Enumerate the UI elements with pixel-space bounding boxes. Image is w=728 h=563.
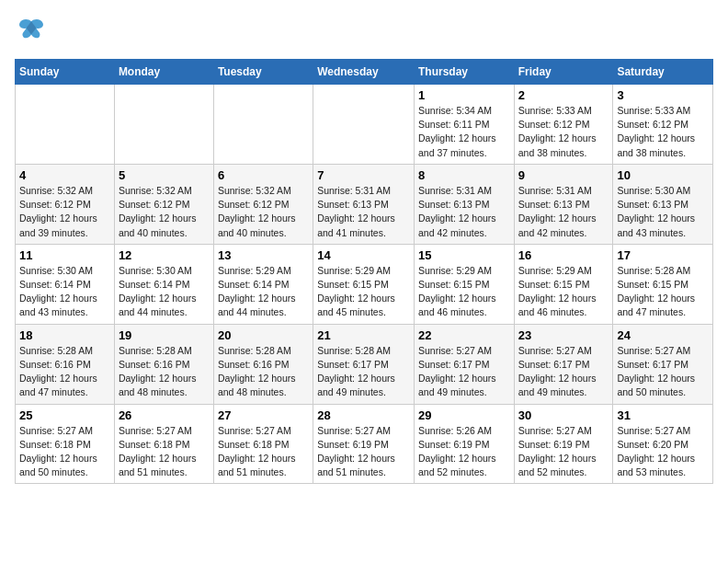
day-info: Sunrise: 5:27 AM Sunset: 6:18 PM Dayligh… <box>218 424 309 480</box>
calendar-cell: 15Sunrise: 5:29 AM Sunset: 6:15 PM Dayli… <box>414 244 514 324</box>
day-info: Sunrise: 5:30 AM Sunset: 6:13 PM Dayligh… <box>617 184 709 240</box>
calendar-table: SundayMondayTuesdayWednesdayThursdayFrid… <box>15 59 713 484</box>
day-info: Sunrise: 5:28 AM Sunset: 6:15 PM Dayligh… <box>617 264 709 320</box>
day-info: Sunrise: 5:29 AM Sunset: 6:15 PM Dayligh… <box>518 264 609 320</box>
column-header-sunday: Sunday <box>16 60 115 85</box>
column-header-monday: Monday <box>114 60 213 85</box>
calendar-cell: 8Sunrise: 5:31 AM Sunset: 6:13 PM Daylig… <box>414 164 514 244</box>
calendar-cell: 3Sunrise: 5:33 AM Sunset: 6:12 PM Daylig… <box>613 85 713 165</box>
day-info: Sunrise: 5:31 AM Sunset: 6:13 PM Dayligh… <box>518 184 609 240</box>
day-info: Sunrise: 5:33 AM Sunset: 6:12 PM Dayligh… <box>518 104 609 160</box>
calendar-cell: 11Sunrise: 5:30 AM Sunset: 6:14 PM Dayli… <box>16 244 115 324</box>
day-number: 9 <box>518 168 609 182</box>
column-header-friday: Friday <box>514 60 613 85</box>
day-number: 25 <box>19 408 110 422</box>
day-number: 8 <box>418 168 510 182</box>
calendar-cell: 24Sunrise: 5:27 AM Sunset: 6:17 PM Dayli… <box>613 324 713 404</box>
calendar-cell: 27Sunrise: 5:27 AM Sunset: 6:18 PM Dayli… <box>213 404 313 484</box>
day-number: 26 <box>119 408 210 422</box>
day-number: 17 <box>617 248 709 262</box>
day-number: 12 <box>119 248 210 262</box>
day-info: Sunrise: 5:32 AM Sunset: 6:12 PM Dayligh… <box>218 184 309 240</box>
day-info: Sunrise: 5:28 AM Sunset: 6:16 PM Dayligh… <box>218 344 309 400</box>
calendar-week-4: 18Sunrise: 5:28 AM Sunset: 6:16 PM Dayli… <box>16 324 713 404</box>
day-info: Sunrise: 5:29 AM Sunset: 6:14 PM Dayligh… <box>218 264 309 320</box>
calendar-cell: 9Sunrise: 5:31 AM Sunset: 6:13 PM Daylig… <box>514 164 613 244</box>
day-number: 18 <box>19 328 110 342</box>
day-info: Sunrise: 5:32 AM Sunset: 6:12 PM Dayligh… <box>119 184 210 240</box>
logo <box>15 15 51 48</box>
calendar-cell: 28Sunrise: 5:27 AM Sunset: 6:19 PM Dayli… <box>313 404 415 484</box>
day-info: Sunrise: 5:29 AM Sunset: 6:15 PM Dayligh… <box>418 264 510 320</box>
logo-icon <box>15 15 48 48</box>
calendar-cell: 12Sunrise: 5:30 AM Sunset: 6:14 PM Dayli… <box>114 244 213 324</box>
day-info: Sunrise: 5:27 AM Sunset: 6:17 PM Dayligh… <box>418 344 510 400</box>
page-header <box>15 15 713 48</box>
calendar-cell: 1Sunrise: 5:34 AM Sunset: 6:11 PM Daylig… <box>414 85 514 165</box>
calendar-cell <box>313 85 415 165</box>
day-number: 15 <box>418 248 510 262</box>
calendar-week-3: 11Sunrise: 5:30 AM Sunset: 6:14 PM Dayli… <box>16 244 713 324</box>
day-info: Sunrise: 5:28 AM Sunset: 6:17 PM Dayligh… <box>317 344 410 400</box>
day-info: Sunrise: 5:29 AM Sunset: 6:15 PM Dayligh… <box>317 264 410 320</box>
calendar-cell: 5Sunrise: 5:32 AM Sunset: 6:12 PM Daylig… <box>114 164 213 244</box>
day-number: 6 <box>218 168 309 182</box>
calendar-week-2: 4Sunrise: 5:32 AM Sunset: 6:12 PM Daylig… <box>16 164 713 244</box>
day-number: 27 <box>218 408 309 422</box>
calendar-week-1: 1Sunrise: 5:34 AM Sunset: 6:11 PM Daylig… <box>16 85 713 165</box>
day-info: Sunrise: 5:27 AM Sunset: 6:19 PM Dayligh… <box>518 424 609 480</box>
day-info: Sunrise: 5:31 AM Sunset: 6:13 PM Dayligh… <box>317 184 410 240</box>
day-info: Sunrise: 5:30 AM Sunset: 6:14 PM Dayligh… <box>119 264 210 320</box>
calendar-cell: 7Sunrise: 5:31 AM Sunset: 6:13 PM Daylig… <box>313 164 415 244</box>
calendar-cell: 22Sunrise: 5:27 AM Sunset: 6:17 PM Dayli… <box>414 324 514 404</box>
day-number: 22 <box>418 328 510 342</box>
day-info: Sunrise: 5:28 AM Sunset: 6:16 PM Dayligh… <box>119 344 210 400</box>
calendar-cell: 16Sunrise: 5:29 AM Sunset: 6:15 PM Dayli… <box>514 244 613 324</box>
day-number: 1 <box>418 88 510 102</box>
calendar-cell: 25Sunrise: 5:27 AM Sunset: 6:18 PM Dayli… <box>16 404 115 484</box>
day-number: 29 <box>418 408 510 422</box>
calendar-cell: 29Sunrise: 5:26 AM Sunset: 6:19 PM Dayli… <box>414 404 514 484</box>
day-number: 14 <box>317 248 410 262</box>
column-header-tuesday: Tuesday <box>213 60 313 85</box>
day-info: Sunrise: 5:27 AM Sunset: 6:20 PM Dayligh… <box>617 424 709 480</box>
day-info: Sunrise: 5:31 AM Sunset: 6:13 PM Dayligh… <box>418 184 510 240</box>
calendar-cell: 31Sunrise: 5:27 AM Sunset: 6:20 PM Dayli… <box>613 404 713 484</box>
day-info: Sunrise: 5:28 AM Sunset: 6:16 PM Dayligh… <box>19 344 110 400</box>
day-number: 24 <box>617 328 709 342</box>
column-header-saturday: Saturday <box>613 60 713 85</box>
calendar-cell: 14Sunrise: 5:29 AM Sunset: 6:15 PM Dayli… <box>313 244 415 324</box>
day-number: 4 <box>19 168 110 182</box>
calendar-cell: 21Sunrise: 5:28 AM Sunset: 6:17 PM Dayli… <box>313 324 415 404</box>
day-info: Sunrise: 5:27 AM Sunset: 6:17 PM Dayligh… <box>617 344 709 400</box>
day-info: Sunrise: 5:27 AM Sunset: 6:17 PM Dayligh… <box>518 344 609 400</box>
day-number: 23 <box>518 328 609 342</box>
column-header-thursday: Thursday <box>414 60 514 85</box>
day-number: 21 <box>317 328 410 342</box>
calendar-cell: 20Sunrise: 5:28 AM Sunset: 6:16 PM Dayli… <box>213 324 313 404</box>
calendar-week-5: 25Sunrise: 5:27 AM Sunset: 6:18 PM Dayli… <box>16 404 713 484</box>
day-number: 19 <box>119 328 210 342</box>
calendar-cell: 30Sunrise: 5:27 AM Sunset: 6:19 PM Dayli… <box>514 404 613 484</box>
calendar-cell: 4Sunrise: 5:32 AM Sunset: 6:12 PM Daylig… <box>16 164 115 244</box>
calendar-cell: 18Sunrise: 5:28 AM Sunset: 6:16 PM Dayli… <box>16 324 115 404</box>
day-info: Sunrise: 5:27 AM Sunset: 6:18 PM Dayligh… <box>119 424 210 480</box>
calendar-cell <box>16 85 115 165</box>
day-number: 16 <box>518 248 609 262</box>
column-header-wednesday: Wednesday <box>313 60 415 85</box>
calendar-cell: 2Sunrise: 5:33 AM Sunset: 6:12 PM Daylig… <box>514 85 613 165</box>
day-info: Sunrise: 5:26 AM Sunset: 6:19 PM Dayligh… <box>418 424 510 480</box>
day-number: 11 <box>19 248 110 262</box>
day-info: Sunrise: 5:30 AM Sunset: 6:14 PM Dayligh… <box>19 264 110 320</box>
calendar-cell: 23Sunrise: 5:27 AM Sunset: 6:17 PM Dayli… <box>514 324 613 404</box>
day-info: Sunrise: 5:32 AM Sunset: 6:12 PM Dayligh… <box>19 184 110 240</box>
calendar-cell: 17Sunrise: 5:28 AM Sunset: 6:15 PM Dayli… <box>613 244 713 324</box>
calendar-cell: 13Sunrise: 5:29 AM Sunset: 6:14 PM Dayli… <box>213 244 313 324</box>
calendar-cell <box>213 85 313 165</box>
day-number: 3 <box>617 88 709 102</box>
day-number: 10 <box>617 168 709 182</box>
day-info: Sunrise: 5:27 AM Sunset: 6:18 PM Dayligh… <box>19 424 110 480</box>
day-number: 31 <box>617 408 709 422</box>
calendar-cell: 19Sunrise: 5:28 AM Sunset: 6:16 PM Dayli… <box>114 324 213 404</box>
day-info: Sunrise: 5:33 AM Sunset: 6:12 PM Dayligh… <box>617 104 709 160</box>
